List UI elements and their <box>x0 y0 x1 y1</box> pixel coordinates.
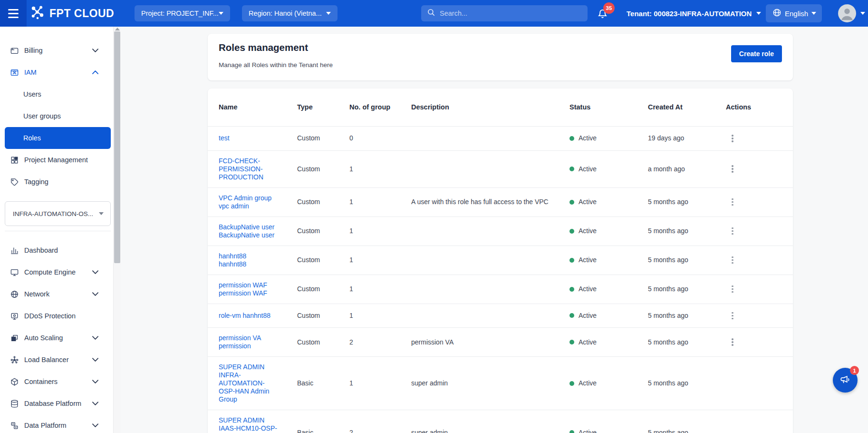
iam-icon <box>10 68 19 77</box>
create-role-button[interactable]: Create role <box>731 45 782 62</box>
vpc-selector[interactable]: INFRA-AUTOMATION-OS... <box>5 201 111 226</box>
row-actions-cell <box>726 133 793 144</box>
scrollbar-thumb[interactable] <box>114 31 120 263</box>
sidebar-item-database-platform[interactable]: Database Platform <box>5 393 111 414</box>
hamburger-menu-button[interactable] <box>0 0 27 27</box>
role-created-at: 5 months ago <box>648 338 726 346</box>
role-name-link[interactable]: SUPER ADMIN INFRA- AUTOMATION- OSP-HAN A… <box>219 363 270 403</box>
role-name-link[interactable]: permission WAF permission WAF <box>219 281 267 297</box>
chevron-down-icon <box>92 49 98 52</box>
role-description: A user with this role has full access to… <box>411 198 569 206</box>
tenant-selector-label: Tenant: 000823-INFRA-AUTOMATION <box>627 10 752 18</box>
sidebar-item-users[interactable]: Users <box>5 83 111 105</box>
status-badge: Active <box>569 256 648 264</box>
auto-scaling-icon <box>10 333 19 343</box>
sidebar-item-label: Containers <box>24 378 58 385</box>
status-label: Active <box>579 198 597 206</box>
row-actions-button[interactable] <box>729 133 736 144</box>
role-name-link[interactable]: hanhnt88 hanhnt88 <box>219 252 246 268</box>
role-created-at: 5 months ago <box>648 312 726 320</box>
project-selector-label: Project: PROJECT_INF... <box>141 10 219 17</box>
role-groups-count: 1 <box>349 312 411 320</box>
tenant-selector[interactable]: Tenant: 000823-INFRA-AUTOMATION <box>627 0 761 27</box>
role-type: Custom <box>297 227 349 235</box>
database-platform-icon <box>10 399 19 408</box>
column-header-name: Name <box>208 103 297 111</box>
sidebar-item-data-platform[interactable]: Data Platform <box>5 414 111 433</box>
project-selector[interactable]: Project: PROJECT_INF... <box>135 5 230 21</box>
row-actions-cell <box>726 163 793 175</box>
chevron-down-icon <box>92 380 98 384</box>
row-actions-button[interactable] <box>729 197 736 208</box>
data-platform-icon <box>10 421 19 430</box>
sidebar-item-label: Network <box>24 290 49 298</box>
status-badge: Active <box>569 134 648 142</box>
sidebar-item-label: Dashboard <box>24 246 58 254</box>
chevron-down-icon <box>219 12 223 15</box>
column-header-actions: Actions <box>726 103 793 111</box>
sidebar: BillingIAMUsersUser groupsRolesProject M… <box>0 27 113 433</box>
row-actions-button[interactable] <box>729 310 736 322</box>
sidebar-item-network[interactable]: Network <box>5 283 111 305</box>
sidebar-item-roles[interactable]: Roles <box>5 127 111 149</box>
page-header-card: Roles management Manage all Roles within… <box>208 34 793 80</box>
announcement-badge: 1 <box>850 366 859 375</box>
sidebar-item-billing[interactable]: Billing <box>5 39 111 61</box>
sidebar-item-label: IAM <box>24 69 37 76</box>
region-selector[interactable]: Region: Hanoi (Vietna... <box>242 5 338 21</box>
role-type: Custom <box>297 134 349 142</box>
sidebar-item-auto-scaling[interactable]: Auto Scaling <box>5 327 111 349</box>
roles-table-header: NameTypeNo. of groupDescriptionStatusCre… <box>208 89 793 127</box>
role-created-at: 5 months ago <box>648 379 726 387</box>
account-menu-button[interactable] <box>838 0 865 27</box>
compute-engine-icon <box>10 267 19 277</box>
sidebar-item-project-management[interactable]: Project Management <box>5 149 111 171</box>
column-header-description: Description <box>411 103 569 111</box>
role-name-link[interactable]: permission VA permission <box>219 334 261 350</box>
scroll-up-arrow-icon[interactable] <box>115 28 120 30</box>
row-actions-button[interactable] <box>729 336 736 348</box>
status-dot-icon <box>569 167 574 171</box>
role-name-link[interactable]: FCD-CHECK- PERMISSION- PRODUCTION <box>219 157 263 181</box>
sidebar-item-load-balancer[interactable]: Load Balancer <box>5 349 111 371</box>
chevron-down-icon <box>99 212 104 215</box>
sidebar-item-label: Billing <box>24 47 43 54</box>
role-groups-count: 1 <box>349 379 411 387</box>
role-created-at: 5 months ago <box>648 256 726 264</box>
role-groups-count: 1 <box>349 198 411 206</box>
language-selector[interactable]: English <box>766 4 822 22</box>
sidebar-item-compute-engine[interactable]: Compute Engine <box>5 261 111 283</box>
column-header-created-at: Created At <box>648 103 726 111</box>
roles-table-card: NameTypeNo. of groupDescriptionStatusCre… <box>208 89 793 433</box>
table-row: VPC Admin group vpc adminCustom1A user w… <box>208 188 793 217</box>
sidebar-item-ddos-protection[interactable]: DDoS Protection <box>5 305 111 327</box>
role-name-link[interactable]: test <box>219 134 230 142</box>
sidebar-scrollbar[interactable] <box>113 27 121 433</box>
search-icon <box>427 8 435 19</box>
role-name-link[interactable]: role-vm hanhnt88 <box>219 312 270 319</box>
role-groups-count: 0 <box>349 134 411 142</box>
role-type: Custom <box>297 338 349 346</box>
column-header-no-of-group: No. of group <box>349 103 411 111</box>
row-actions-button[interactable] <box>729 163 736 175</box>
sidebar-item-dashboard[interactable]: Dashboard <box>5 239 111 261</box>
role-name-link[interactable]: BackupNative user BackupNative user <box>219 223 275 239</box>
role-groups-count: 1 <box>349 256 411 264</box>
row-actions-button[interactable] <box>729 226 736 237</box>
row-actions-button[interactable] <box>729 284 736 295</box>
role-name-link[interactable]: SUPER ADMIN IAAS-HCM10-OSP- TEST-01 Admi… <box>219 416 277 433</box>
load-balancer-icon <box>10 355 19 364</box>
sidebar-item-iam[interactable]: IAM <box>5 61 111 83</box>
search-input[interactable] <box>440 10 582 17</box>
role-description: super admin <box>411 429 569 433</box>
row-actions-cell <box>726 255 793 266</box>
role-name-link[interactable]: VPC Admin group vpc admin <box>219 194 271 210</box>
sidebar-item-user-groups[interactable]: User groups <box>5 105 111 127</box>
status-dot-icon <box>569 340 574 344</box>
row-actions-button[interactable] <box>729 255 736 266</box>
sidebar-item-containers[interactable]: Containers <box>5 371 111 393</box>
sidebar-menu-top: BillingIAMUsersUser groupsRolesProject M… <box>0 27 113 193</box>
row-actions-cell <box>726 336 793 348</box>
sidebar-item-label: User groups <box>23 112 61 120</box>
sidebar-item-tagging[interactable]: Tagging <box>5 171 111 193</box>
